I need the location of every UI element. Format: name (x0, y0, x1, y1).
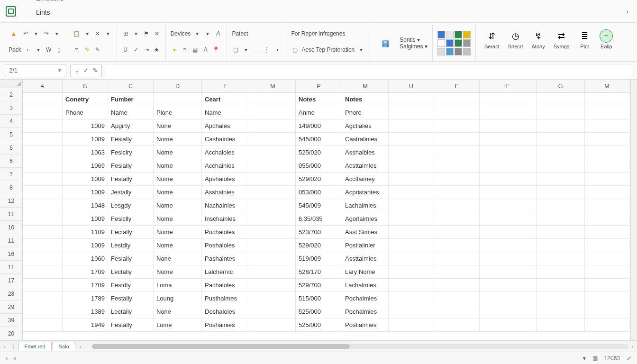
formula-input[interactable] (106, 64, 632, 77)
cell[interactable] (480, 186, 537, 199)
cell[interactable]: 528/170 (296, 265, 342, 279)
column-header[interactable]: M (342, 80, 389, 93)
cell[interactable] (389, 318, 434, 332)
cell[interactable] (434, 265, 480, 279)
close-icon[interactable]: ✕ (94, 30, 101, 37)
cell[interactable] (434, 226, 480, 239)
cell[interactable] (250, 93, 296, 106)
tool-snecrt[interactable]: ◷Snecrt (504, 27, 527, 51)
view-icon[interactable]: ▥ (592, 355, 598, 362)
cell[interactable] (585, 199, 629, 212)
dropdown-icon[interactable]: ▾ (242, 46, 250, 54)
cell[interactable] (23, 239, 63, 252)
cell[interactable] (537, 239, 585, 252)
cell[interactable]: Agorlaimies (342, 212, 389, 226)
cell[interactable]: 529/020 (296, 173, 342, 186)
dropdown-icon[interactable]: ▾ (35, 46, 42, 54)
cell[interactable] (480, 106, 537, 119)
cell[interactable]: 1069 (63, 159, 108, 173)
cell[interactable] (250, 239, 296, 252)
cell[interactable] (585, 318, 629, 332)
cell[interactable] (23, 318, 63, 332)
cell[interactable] (23, 212, 63, 226)
menu-tab-emtracks[interactable]: Emtracks (29, 0, 70, 5)
sheet-tab[interactable]: Fmet red (18, 342, 52, 351)
fill-icon[interactable]: ▾ (171, 46, 178, 54)
cell[interactable]: Lestdly (108, 239, 154, 252)
cell[interactable]: 055/000 (296, 159, 342, 173)
cell[interactable] (23, 252, 63, 265)
cell[interactable]: Fesially (108, 252, 154, 265)
cell[interactable] (23, 265, 63, 279)
row-header[interactable]: 39 (0, 314, 23, 327)
sheet-tab[interactable]: Salo (53, 342, 75, 351)
cell[interactable]: Festally (108, 292, 154, 305)
cell[interactable] (434, 93, 480, 106)
cell[interactable]: 1389 (63, 305, 108, 318)
row-header[interactable]: 20 (0, 327, 23, 340)
cell[interactable]: 515/000 (296, 292, 342, 305)
cell[interactable] (389, 305, 434, 318)
column-header[interactable]: A (23, 80, 63, 93)
star-icon[interactable]: ★ (153, 46, 161, 54)
cell[interactable] (585, 239, 629, 252)
cell[interactable]: Nome (154, 159, 202, 173)
undo-icon[interactable]: ↶ (22, 30, 29, 37)
cell[interactable] (434, 106, 480, 119)
cell[interactable]: 149/000 (296, 119, 342, 133)
cell[interactable] (434, 305, 480, 318)
cell[interactable] (585, 106, 629, 119)
cell[interactable] (389, 93, 434, 106)
cell[interactable] (434, 199, 480, 212)
cell[interactable] (537, 292, 585, 305)
cell[interactable] (480, 199, 537, 212)
cell[interactable]: Festally (108, 173, 154, 186)
menu-tab-lints[interactable]: Lints (29, 5, 70, 19)
cell[interactable] (389, 199, 434, 212)
cell[interactable] (250, 106, 296, 119)
cell[interactable] (585, 173, 629, 186)
cell[interactable]: Nome (154, 199, 202, 212)
tool-plct[interactable]: ≣Plct (574, 27, 595, 51)
column-headers[interactable]: ABCDFMPMUFFGM (23, 80, 630, 93)
cell[interactable]: 1789 (63, 292, 108, 305)
cell[interactable] (537, 173, 585, 186)
cell[interactable]: 525/000 (296, 318, 342, 332)
chevron-left-icon[interactable]: ‹ (273, 46, 281, 54)
cell[interactable]: Phone (63, 106, 108, 119)
cell[interactable]: Asshaibles (342, 146, 389, 159)
cell[interactable] (23, 106, 63, 119)
row-header[interactable]: 11 (0, 208, 23, 221)
row-header[interactable]: 16 (0, 247, 23, 261)
doc-icon[interactable]: ▯ (55, 46, 63, 54)
cell[interactable]: 1063 (63, 146, 108, 159)
cell[interactable]: 1060 (63, 252, 108, 265)
cell[interactable]: 1709 (63, 265, 108, 279)
cell[interactable] (585, 292, 629, 305)
cell[interactable]: Postlalinler (342, 239, 389, 252)
cell[interactable]: 1709 (63, 279, 108, 292)
select-all-corner[interactable] (0, 80, 23, 88)
cell[interactable] (23, 173, 63, 186)
scroll-right-icon[interactable]: › (631, 344, 633, 349)
cell[interactable]: 1048 (63, 199, 108, 212)
dropdown-icon[interactable]: ▾ (193, 30, 201, 37)
cell[interactable]: Loma (154, 279, 202, 292)
cell[interactable]: Ceart (202, 93, 250, 106)
cell[interactable]: Nome (154, 146, 202, 159)
cell[interactable] (389, 212, 434, 226)
cell[interactable]: Lachalmies (342, 199, 389, 212)
cell[interactable] (23, 159, 63, 173)
cell[interactable]: 525/020 (296, 146, 342, 159)
cell[interactable] (585, 186, 629, 199)
cell[interactable] (250, 186, 296, 199)
underline-icon[interactable]: U (122, 46, 129, 54)
column-header[interactable]: C (108, 80, 154, 93)
cell[interactable] (537, 106, 585, 119)
cell[interactable]: Lome (154, 318, 202, 332)
paste-icon[interactable]: ▲ (9, 28, 19, 39)
cell[interactable] (389, 239, 434, 252)
cell[interactable] (434, 318, 480, 332)
column-header[interactable]: B (63, 80, 108, 93)
cell[interactable] (23, 133, 63, 146)
